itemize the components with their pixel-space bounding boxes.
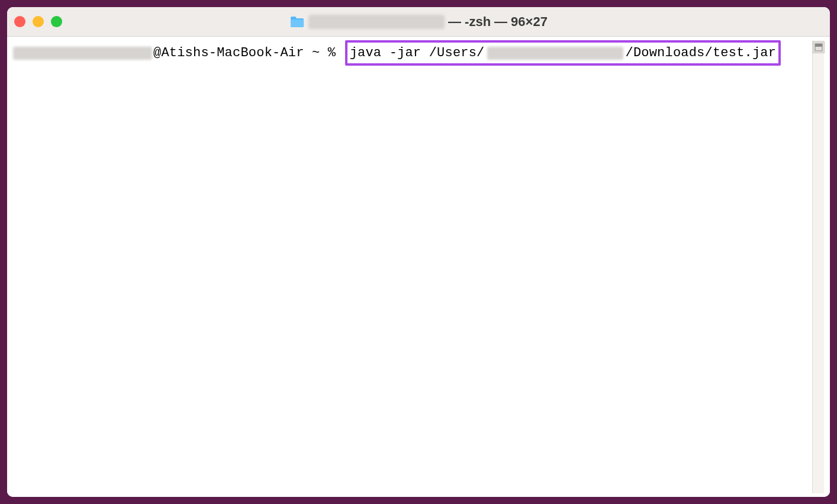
maximize-button[interactable]: [51, 16, 62, 27]
title-dimensions: 96×27: [511, 14, 548, 30]
scrollbar[interactable]: [812, 40, 824, 493]
prompt-host: @Atishs-MacBook-Air ~ %: [153, 43, 344, 63]
svg-rect-1: [815, 44, 822, 47]
prompt-line: @Atishs-MacBook-Air ~ % java -jar /Users…: [13, 40, 812, 66]
titlebar[interactable]: — -zsh — 96×27: [7, 7, 830, 37]
title-sep1: —: [448, 14, 461, 30]
window-title: — -zsh — 96×27: [289, 14, 548, 30]
title-sep2: —: [494, 14, 507, 30]
terminal-body[interactable]: @Atishs-MacBook-Air ~ % java -jar /Users…: [7, 37, 830, 497]
terminal-content[interactable]: @Atishs-MacBook-Air ~ % java -jar /Users…: [13, 40, 812, 493]
traffic-lights: [14, 16, 62, 27]
folder-icon: [289, 15, 305, 28]
title-shell: -zsh: [465, 14, 491, 30]
scroll-indicator-icon[interactable]: [813, 41, 825, 53]
path-user-blurred: [487, 47, 623, 60]
terminal-window: — -zsh — 96×27 @Atishs-MacBook-Air ~ % j…: [5, 5, 832, 499]
username-blurred: [13, 47, 152, 60]
command-highlight: java -jar /Users/ /Downloads/test.jar: [345, 40, 781, 66]
title-path-blurred: [308, 15, 445, 29]
command-part1: java -jar /Users/: [350, 43, 485, 63]
close-button[interactable]: [14, 16, 25, 27]
minimize-button[interactable]: [33, 16, 44, 27]
command-part2: /Downloads/test.jar: [626, 43, 777, 63]
